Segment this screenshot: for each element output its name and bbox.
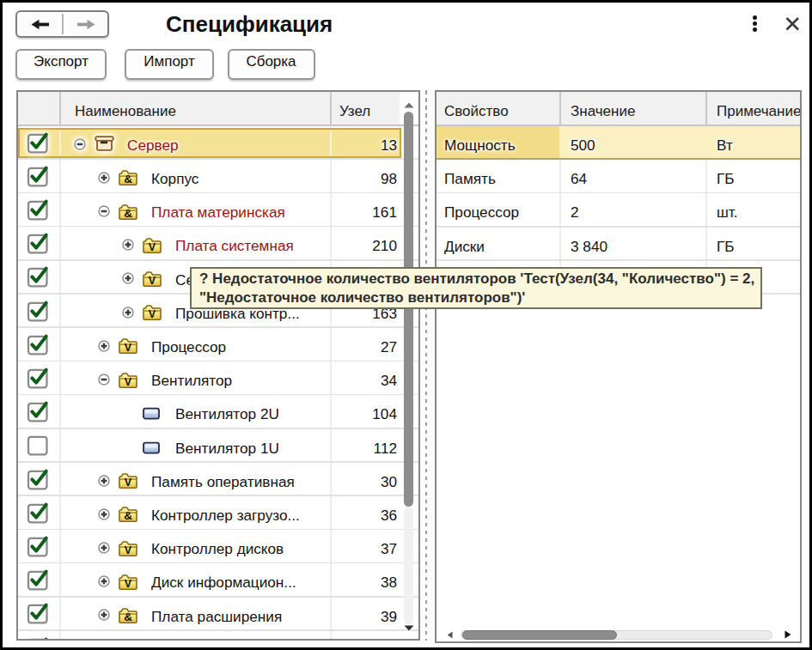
svg-text:V: V xyxy=(125,343,132,355)
svg-text:V: V xyxy=(149,241,156,253)
svg-text:V: V xyxy=(149,308,156,320)
svg-text:V: V xyxy=(125,477,132,489)
svg-text:&: & xyxy=(124,207,132,220)
svg-text:V: V xyxy=(125,544,132,556)
svg-text:&: & xyxy=(124,510,132,523)
svg-text:V: V xyxy=(125,376,132,388)
svg-text:&: & xyxy=(124,173,132,186)
svg-text:V: V xyxy=(149,275,156,287)
svg-text:V: V xyxy=(125,578,132,590)
svg-text:&: & xyxy=(124,611,132,623)
